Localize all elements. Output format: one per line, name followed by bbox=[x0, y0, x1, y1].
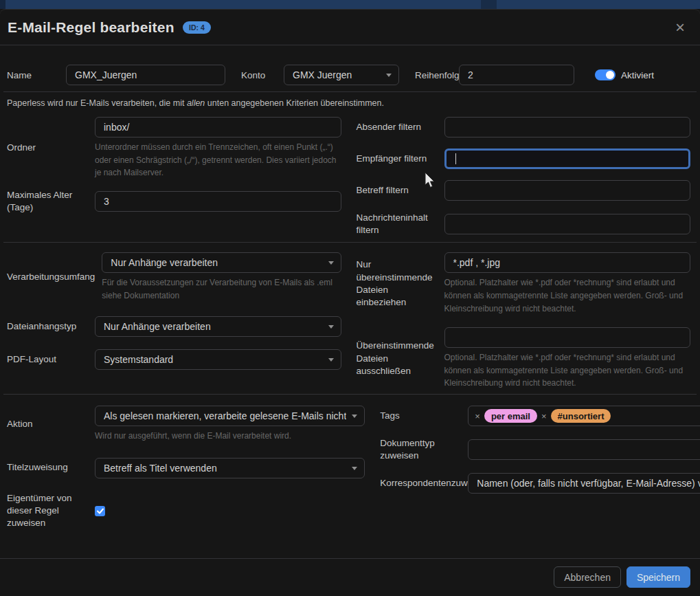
name-label: Name bbox=[7, 70, 66, 80]
dialog-footer: Abbrechen Speichern bbox=[0, 558, 700, 596]
exclude-group: Übereinstimmende Dateien ausschließen Op… bbox=[357, 327, 691, 390]
caret-down-icon bbox=[352, 415, 357, 418]
aktion-label: Aktion bbox=[7, 418, 95, 430]
caret-down-icon bbox=[352, 467, 357, 470]
titelzuweisung-select[interactable]: Betreff als Titel verwenden bbox=[95, 458, 365, 478]
korrespondent-group: Korrespondentenzuwei Namen (oder, falls … bbox=[380, 473, 700, 494]
actions-right-column: Tags × per email × #unsortiert × bbox=[380, 406, 700, 529]
processing-left-column: Verarbeitungsumfang Nur Anhänge verarbei… bbox=[7, 252, 341, 390]
remove-tag-icon[interactable]: × bbox=[475, 412, 480, 421]
konto-selected-value: GMX Juergen bbox=[293, 69, 352, 80]
aktion-selected-value: Als gelesen markieren, verarbeite gelese… bbox=[104, 410, 346, 421]
max-alter-group: Maximales Alter (Tage) bbox=[7, 189, 341, 214]
include-label: Nur übereinstimmende Dateien einbeziehen bbox=[357, 258, 444, 309]
titelzuweisung-label: Titelzuweisung bbox=[7, 461, 95, 474]
eigentuemer-group: Eigentümer von dieser Regel zuweisen bbox=[7, 492, 365, 530]
criteria-info-text: Paperless wird nur E-Mails verarbeiten, … bbox=[0, 92, 700, 115]
cancel-button[interactable]: Abbrechen bbox=[554, 566, 621, 588]
konto-label: Konto bbox=[241, 70, 284, 80]
assign-owner-checkbox[interactable] bbox=[95, 506, 105, 516]
dateianhangstyp-selected-value: Nur Anhänge verarbeiten bbox=[104, 321, 211, 332]
dialog-body: Name Konto GMX Juergen Reihenfolge Aktiv… bbox=[0, 45, 700, 558]
aktion-select[interactable]: Als gelesen markieren, verarbeite gelese… bbox=[95, 406, 365, 426]
empfaenger-label: Empfänger filtern bbox=[357, 153, 444, 165]
include-pattern-input[interactable] bbox=[444, 252, 691, 273]
betreff-group: Betreff filtern bbox=[357, 180, 691, 201]
ordner-input[interactable] bbox=[95, 117, 341, 137]
navbar-segment bbox=[0, 0, 5, 9]
betreff-filter-input[interactable] bbox=[444, 180, 691, 201]
empfaenger-filter-input[interactable] bbox=[444, 148, 691, 169]
empfaenger-group: Empfänger filtern bbox=[357, 148, 691, 169]
remove-tag-icon[interactable]: × bbox=[541, 412, 547, 421]
dokumenttyp-select[interactable] bbox=[468, 439, 700, 460]
verarbeitungsumfang-selected-value: Nur Anhänge verarbeiten bbox=[111, 257, 218, 268]
rule-id-badge: ID: 4 bbox=[183, 21, 211, 34]
save-button[interactable]: Speichern bbox=[626, 566, 690, 588]
filters-right-column: Absender filtern Empfänger filtern Betre… bbox=[357, 117, 691, 236]
actions-section: Aktion Als gelesen markieren, verarbeite… bbox=[0, 395, 700, 529]
tag-chip: per email bbox=[484, 409, 537, 423]
processing-right-column: Nur übereinstimmende Dateien einbeziehen… bbox=[357, 252, 691, 390]
navbar-segment bbox=[481, 0, 497, 9]
tag-chip: #unsortiert bbox=[551, 409, 611, 423]
rule-identity-row: Name Konto GMX Juergen Reihenfolge Aktiv… bbox=[0, 45, 700, 91]
exclude-pattern-input[interactable] bbox=[444, 327, 691, 348]
titelzuweisung-group: Titelzuweisung Betreff als Titel verwend… bbox=[7, 458, 365, 478]
info-text-suffix: unten angegebenen Kriterien übereinstimm… bbox=[205, 98, 384, 108]
nachricht-label: Nachrichteninhalt filtern bbox=[357, 212, 444, 236]
name-input[interactable] bbox=[66, 65, 225, 85]
korrespondent-label: Korrespondentenzuwei bbox=[380, 477, 468, 489]
pdf-layout-selected-value: Systemstandard bbox=[104, 354, 173, 365]
background-navbar bbox=[0, 0, 700, 9]
ordner-help-text: Unterordner müssen durch ein Trennzeiche… bbox=[95, 141, 341, 179]
absender-label: Absender filtern bbox=[357, 121, 444, 133]
tags-select[interactable]: × per email × #unsortiert × bbox=[468, 406, 700, 426]
titelzuweisung-selected-value: Betreff als Titel verwenden bbox=[104, 463, 217, 474]
dokumenttyp-group: Dokumenttyp zuweisen bbox=[380, 437, 700, 462]
verarbeitungsumfang-label: Verarbeitungsumfang bbox=[7, 271, 102, 283]
eigentuemer-label: Eigentümer von dieser Regel zuweisen bbox=[7, 492, 95, 530]
exclude-help-text: Optional. Platzhalter wie *.pdf oder *re… bbox=[444, 351, 691, 390]
caret-down-icon bbox=[328, 358, 334, 362]
exclude-label: Übereinstimmende Dateien ausschließen bbox=[357, 340, 444, 377]
dokumenttyp-label: Dokumenttyp zuweisen bbox=[380, 437, 468, 462]
info-text-prefix: Paperless wird nur E-Mails verarbeiten, … bbox=[7, 98, 187, 108]
dateianhangstyp-label: Dateianhangstyp bbox=[7, 320, 95, 333]
absender-filter-input[interactable] bbox=[444, 117, 691, 137]
aktion-help-text: Wird nur ausgeführt, wenn die E-Mail ver… bbox=[95, 430, 365, 443]
umfang-group: Verarbeitungsumfang Nur Anhänge verarbei… bbox=[7, 252, 341, 302]
check-icon bbox=[97, 508, 104, 514]
reihenfolge-label: Reihenfolge bbox=[415, 70, 459, 80]
aktiviert-label: Aktiviert bbox=[621, 70, 654, 80]
ordner-group: Ordner Unterordner müssen durch ein Tren… bbox=[7, 117, 341, 179]
include-help-text: Optional. Platzhalter wie *.pdf oder *re… bbox=[444, 276, 691, 315]
aktion-group: Aktion Als gelesen markieren, verarbeite… bbox=[7, 406, 365, 443]
caret-down-icon bbox=[328, 325, 334, 329]
caret-down-icon bbox=[386, 74, 392, 77]
actions-left-column: Aktion Als gelesen markieren, verarbeite… bbox=[7, 406, 365, 529]
text-caret bbox=[455, 153, 456, 164]
nachricht-filter-input[interactable] bbox=[444, 214, 691, 234]
max-alter-input[interactable] bbox=[95, 191, 341, 212]
pdf-layout-group: PDF-Layout Systemstandard bbox=[7, 349, 341, 370]
absender-group: Absender filtern bbox=[357, 117, 691, 137]
verarbeitungsumfang-select[interactable]: Nur Anhänge verarbeiten bbox=[102, 252, 341, 273]
close-icon[interactable]: × bbox=[671, 19, 689, 36]
processing-section: Verarbeitungsumfang Nur Anhänge verarbei… bbox=[0, 243, 700, 394]
konto-select[interactable]: GMX Juergen bbox=[284, 65, 399, 85]
reihenfolge-input[interactable] bbox=[459, 65, 574, 85]
betreff-label: Betreff filtern bbox=[357, 184, 444, 197]
korrespondent-select[interactable]: Namen (oder, falls nicht verfügbar, E-Ma… bbox=[468, 473, 700, 494]
page-title: E-Mail-Regel bearbeiten bbox=[8, 19, 174, 35]
tags-group: Tags × per email × #unsortiert × bbox=[380, 406, 700, 426]
dateianhangstyp-select[interactable]: Nur Anhänge verarbeiten bbox=[95, 316, 341, 337]
korrespondent-selected-value: Namen (oder, falls nicht verfügbar, E-Ma… bbox=[477, 478, 700, 489]
pdf-layout-label: PDF-Layout bbox=[7, 353, 95, 366]
dateianhangstyp-group: Dateianhangstyp Nur Anhänge verarbeiten bbox=[7, 316, 341, 337]
tags-label: Tags bbox=[380, 410, 468, 422]
filters-left-column: Ordner Unterordner müssen durch ein Tren… bbox=[7, 117, 341, 236]
include-group: Nur übereinstimmende Dateien einbeziehen… bbox=[357, 252, 691, 315]
aktiviert-toggle[interactable] bbox=[595, 69, 616, 80]
pdf-layout-select[interactable]: Systemstandard bbox=[95, 349, 341, 370]
